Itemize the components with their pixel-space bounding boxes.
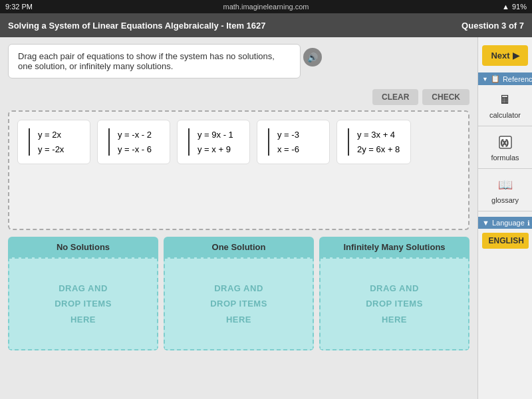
sidebar: Next ▶ ▼ 📋 Reference 🖩 calculator (x) fo…	[477, 37, 532, 399]
equation-system-0: y = 2x y = -2x	[29, 128, 64, 156]
formulas-icon: (x)	[495, 133, 515, 152]
language-label: Language	[492, 219, 525, 227]
equation-system-4: y = 3x + 4 2y = 6x + 8	[348, 128, 400, 156]
battery-icon: 91%	[512, 3, 527, 11]
drop-zone-one-solution[interactable]: One Solution DRAG ANDDROP ITEMSHERE	[164, 237, 314, 350]
drop-zone-infinitely-many-body[interactable]: DRAG ANDDROP ITEMSHERE	[319, 257, 469, 350]
equations-grid: y = 2x y = -2x y = -x - 2 y = -x - 6 y =…	[17, 120, 460, 164]
drop-zone-no-solutions-header: No Solutions	[8, 237, 158, 257]
equation-card-4[interactable]: y = 3x + 4 2y = 6x + 8	[336, 120, 411, 164]
equation-card-2[interactable]: y = 9x - 1 y = x + 9	[177, 120, 250, 164]
english-button[interactable]: ENGLISH	[482, 233, 529, 249]
calculator-item[interactable]: 🖩 calculator	[478, 85, 532, 124]
eq-line2-3: x = -6	[277, 143, 299, 156]
equation-card-1[interactable]: y = -x - 2 y = -x - 6	[97, 120, 170, 164]
language-info-icon: ℹ	[527, 219, 530, 227]
eq-line2-1: y = -x - 6	[118, 143, 152, 156]
reference-triangle-icon: ▼	[482, 76, 488, 82]
equation-card-3[interactable]: y = -3 x = -6	[257, 120, 330, 164]
language-section-header[interactable]: ▼ Language ℹ	[478, 217, 532, 229]
eq-line1-1: y = -x - 2	[118, 128, 152, 142]
next-icon: ▶	[513, 51, 519, 61]
divider-2	[478, 168, 532, 169]
status-icons: ▲ 91%	[502, 3, 527, 11]
glossary-label: glossary	[491, 196, 519, 204]
audio-button[interactable]: 🔊	[303, 48, 322, 66]
check-button[interactable]: CHECK	[422, 89, 469, 105]
status-bar: 9:32 PM math.imaginelearning.com ▲ 91%	[0, 0, 532, 13]
wifi-icon: ▲	[502, 3, 509, 11]
status-time: 9:32 PM	[5, 3, 33, 11]
reference-label: Reference	[503, 75, 532, 83]
calculator-icon: 🖩	[495, 90, 515, 109]
eq-line1-4: y = 3x + 4	[357, 128, 400, 142]
eq-line1-0: y = 2x	[38, 128, 64, 142]
drop-zones: No Solutions DRAG ANDDROP ITEMSHERE One …	[8, 237, 469, 350]
instruction-text: Drag each pair of equations to show if t…	[18, 51, 275, 71]
drop-zone-infinitely-many[interactable]: Infinitely Many Solutions DRAG ANDDROP I…	[319, 237, 469, 350]
status-url: math.imaginelearning.com	[223, 3, 309, 11]
equations-area: y = 2x y = -2x y = -x - 2 y = -x - 6 y =…	[8, 110, 469, 230]
equation-system-3: y = -3 x = -6	[268, 128, 299, 156]
reference-icon: 📋	[491, 74, 500, 83]
action-buttons: CLEAR CHECK	[8, 89, 469, 105]
drop-zone-no-solutions[interactable]: No Solutions DRAG ANDDROP ITEMSHERE	[8, 237, 158, 350]
page-title: Solving a System of Linear Equations Alg…	[8, 21, 265, 31]
language-triangle-icon: ▼	[482, 219, 489, 227]
equation-system-2: y = 9x - 1 y = x + 9	[188, 128, 233, 156]
equation-card-0[interactable]: y = 2x y = -2x	[17, 120, 90, 164]
divider-1	[478, 126, 532, 126]
glossary-item[interactable]: 📖 glossary	[478, 170, 532, 209]
divider-3	[478, 211, 532, 211]
next-button[interactable]: Next ▶	[482, 45, 528, 66]
content-area: Drag each pair of equations to show if t…	[0, 37, 477, 399]
formulas-label: formulas	[491, 154, 519, 162]
reference-section-header[interactable]: ▼ 📋 Reference	[478, 72, 532, 85]
calculator-label: calculator	[489, 111, 521, 119]
eq-line2-0: y = -2x	[38, 143, 64, 156]
clear-button[interactable]: CLEAR	[372, 89, 418, 105]
eq-line2-4: 2y = 6x + 8	[357, 143, 400, 156]
next-label: Next	[491, 51, 509, 61]
drop-zone-infinitely-many-header: Infinitely Many Solutions	[319, 237, 469, 257]
equation-system-1: y = -x - 2 y = -x - 6	[108, 128, 152, 156]
formulas-item[interactable]: (x) formulas	[478, 128, 532, 167]
page-header: Solving a System of Linear Equations Alg…	[0, 13, 532, 37]
main-layout: Drag each pair of equations to show if t…	[0, 37, 532, 399]
drop-zone-one-solution-header: One Solution	[164, 237, 314, 257]
eq-line1-2: y = 9x - 1	[198, 128, 233, 142]
eq-line1-3: y = -3	[277, 128, 299, 142]
drop-zone-no-solutions-body[interactable]: DRAG ANDDROP ITEMSHERE	[8, 257, 158, 350]
eq-line2-2: y = x + 9	[198, 143, 233, 156]
instruction-box: Drag each pair of equations to show if t…	[8, 44, 301, 78]
question-progress: Question 3 of 7	[462, 21, 524, 31]
glossary-icon: 📖	[495, 176, 515, 194]
drop-zone-one-solution-body[interactable]: DRAG ANDDROP ITEMSHERE	[164, 257, 314, 350]
svg-text:(x): (x)	[501, 139, 509, 146]
